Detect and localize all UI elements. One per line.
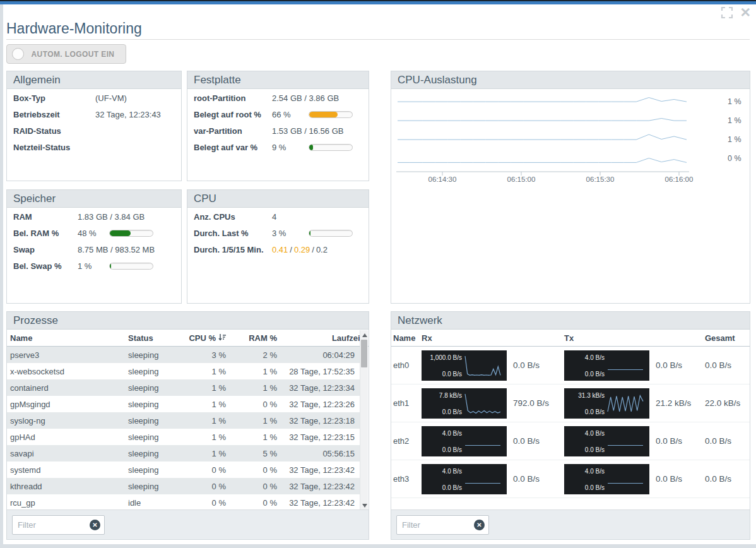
progress-bar (109, 263, 153, 270)
series-value-label: 1 % (728, 114, 741, 127)
x-axis-tick: 06:15:30 (580, 176, 620, 183)
info-row: Netzteil-Status (13, 139, 175, 155)
info-value: 1.83 GB / 3.84 GB (78, 212, 145, 222)
column-header-ram[interactable]: RAM % (226, 333, 277, 343)
cell-laufzeit: 05:56:15 (277, 449, 355, 458)
progress-fill (309, 112, 338, 117)
network-table-header: Name Rx Tx Gesamt (391, 330, 750, 347)
info-row: Bel. Swap %1 % (13, 258, 175, 274)
filter-bar: ✕ (391, 509, 750, 539)
top-blue-accent-bar (0, 1, 756, 4)
spark-min-label: 0.0 B/s (585, 371, 605, 378)
cell-cpu: 0 % (188, 465, 226, 475)
scrollbar[interactable] (360, 330, 368, 511)
column-header-label: RAM % (249, 333, 277, 343)
fullscreen-icon[interactable] (721, 6, 733, 19)
rx-sparkline: 4.0 B/s0.0 B/s (422, 464, 507, 494)
cell-ram: 1 % (226, 432, 277, 442)
clear-filter-icon[interactable]: ✕ (474, 520, 485, 530)
info-value: 4 (272, 212, 276, 222)
window-controls: ✕ (721, 6, 751, 19)
info-row: Belegt auf var %9 % (194, 139, 362, 155)
series-value-label: 0 % (728, 152, 741, 165)
scroll-thumb[interactable] (361, 340, 367, 367)
column-header-laufzeit[interactable]: Laufzeit (277, 333, 363, 343)
total-rate: 0.0 B/s (699, 360, 747, 370)
column-header-tx[interactable]: Tx (564, 333, 649, 343)
column-header-cpu[interactable]: CPU % (188, 333, 226, 343)
panel-title: Prozesse (7, 312, 369, 330)
cell-ram: 1 % (226, 416, 277, 426)
autologout-label: AUTOM. LOGOUT EIN (24, 50, 126, 59)
panel-body: RAM1.83 GB / 3.84 GB Bel. RAM %48 % Swap… (7, 208, 181, 275)
sparkline-chart (464, 429, 501, 455)
info-row: var-Partition1.53 GB / 16.56 GB (194, 122, 362, 139)
info-label: root-Partition (194, 93, 272, 103)
cell-name: x-websocketsd (10, 367, 128, 376)
info-value: 1.53 GB / 16.56 GB (272, 126, 343, 136)
table-row: kthreaddsleeping0 %0 %32 Tage, 12:23:42 (7, 478, 360, 494)
spark-max-label: 4.0 B/s (585, 354, 605, 361)
tx-sparkline: 4.0 B/s0.0 B/s (564, 426, 649, 456)
interface-name: eth0 (393, 360, 422, 370)
column-header-rx[interactable]: Rx (422, 333, 507, 343)
info-value: 1 % (78, 261, 109, 271)
panel-prozesse: Prozesse Name Status CPU % RAM % Laufzei… (6, 311, 369, 540)
cell-name: gpHAd (10, 432, 128, 442)
cpu-usage-chart: 1 % 1 % 1 % 0 % 06:14:30 06:15:00 06:15:… (391, 89, 750, 304)
info-label: RAM (13, 212, 78, 222)
column-header-name[interactable]: Name (10, 333, 128, 343)
progress-fill (110, 230, 131, 236)
table-row: pserve3sleeping3 %2 %06:04:29 (7, 347, 360, 363)
progress-fill (309, 145, 313, 150)
info-label: Box-Typ (13, 93, 95, 103)
info-row: Durch. 1/5/15 Min.0.41/0.29/0.2 (194, 241, 362, 258)
interface-name: eth1 (393, 398, 422, 408)
interface-name: eth3 (393, 474, 422, 484)
cell-name: kthreadd (10, 482, 128, 491)
clear-filter-icon[interactable]: ✕ (90, 520, 100, 530)
column-header-gesamt[interactable]: Gesamt (699, 333, 747, 343)
panel-body: Box-Typ(UF-VM) Betriebszeit32 Tage, 12:2… (7, 89, 181, 156)
column-header-name[interactable]: Name (393, 333, 422, 343)
info-row: Belegt auf root %66 % (194, 106, 362, 122)
sparkline-chart (464, 467, 501, 492)
tx-rate: 0.0 B/s (649, 360, 699, 370)
autologout-toggle-button[interactable]: AUTOM. LOGOUT EIN (6, 44, 126, 64)
panel-title: CPU (187, 190, 369, 208)
info-row: RAM1.83 GB / 3.84 GB (13, 208, 175, 225)
load-separator: / (310, 245, 316, 254)
cell-status: sleeping (128, 482, 188, 491)
info-row: RAID-Status (13, 122, 175, 139)
toggle-knob[interactable] (12, 48, 24, 60)
filter-bar: ✕ (7, 509, 369, 539)
cell-name: pserve3 (10, 350, 128, 360)
info-row: Betriebszeit32 Tage, 12:23:43 (13, 106, 175, 122)
cell-name: systemd (10, 465, 128, 475)
network-table-body: eth0 1,000.0 B/s0.0 B/s 0.0 B/s 4.0 B/s0… (391, 347, 750, 498)
table-row: gpMsgingdsleeping1 %0 %32 Tage, 12:23:26 (7, 396, 360, 412)
cell-status: sleeping (128, 383, 188, 393)
scroll-up-arrow-icon[interactable] (362, 333, 367, 337)
sparkline-chart (607, 467, 644, 492)
interface-name: eth2 (393, 436, 422, 446)
cell-ram: 0 % (226, 465, 277, 475)
panel-festplatte: Festplatte root-Partition2.54 GB / 3.86 … (187, 71, 369, 181)
load-5min: 0.29 (294, 245, 310, 254)
cell-status: sleeping (128, 416, 188, 426)
cell-laufzeit: 32 Tage, 12:23:42 (277, 482, 355, 491)
cell-ram: 2 % (226, 350, 277, 360)
table-row: eth1 7.8 kB/s0.0 B/s 792.0 B/s 31.3 kB/s… (391, 384, 750, 422)
rx-rate: 792.0 B/s (507, 398, 564, 408)
table-row: savapisleeping1 %5 %05:56:15 (7, 445, 360, 462)
table-row: x-websocketsdsleeping1 %1 %28 Tage, 17:5… (7, 363, 360, 379)
cell-name: containerd (10, 383, 128, 393)
column-header-status[interactable]: Status (128, 333, 188, 343)
scroll-down-arrow-icon[interactable] (362, 504, 367, 508)
info-label: Belegt auf root % (194, 110, 272, 119)
cell-laufzeit: 32 Tage, 12:23:34 (277, 383, 355, 393)
panel-cpu: CPU Anz. CPUs4 Durch. Last %3 % Durch. 1… (187, 189, 369, 304)
cell-cpu: 3 % (188, 350, 226, 360)
close-icon[interactable]: ✕ (740, 6, 751, 19)
info-row: Swap8.75 MB / 983.52 MB (13, 241, 175, 258)
